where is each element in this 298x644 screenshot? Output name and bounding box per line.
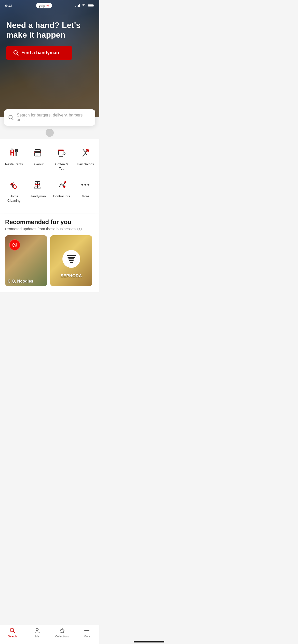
category-contractors[interactable]: Contractors [51, 175, 72, 205]
search-icon [13, 50, 19, 56]
handyman-icon [32, 179, 43, 190]
search-card[interactable]: Search for burgers, delivery, barbers on… [4, 109, 95, 126]
handyman-label: Handyman [30, 194, 46, 199]
hair-salons-icon [80, 147, 91, 158]
svg-line-6 [12, 118, 13, 120]
recommended-subtitle: Promoted updates from these businesses i [5, 227, 94, 231]
recommended-section: Recommended for you Promoted updates fro… [0, 213, 99, 292]
status-time: 9:41 [5, 4, 13, 8]
takeout-label: Takeout [32, 162, 44, 167]
home-cleaning-label: Home Cleaning [5, 194, 23, 203]
svg-rect-17 [59, 151, 63, 155]
hero-section: 9:41 yelp ✳ [0, 0, 99, 117]
sephora-logo [62, 250, 80, 268]
categories-row-2: Home Cleaning Handyman [2, 175, 97, 205]
categories-row-1: Restaurants Takeout [2, 143, 97, 173]
svg-point-30 [82, 184, 83, 185]
sephora-stripes-icon [67, 255, 76, 263]
category-coffee-tea[interactable]: Coffee & Tea [51, 143, 72, 173]
svg-rect-2 [93, 5, 94, 6]
svg-rect-9 [10, 152, 14, 153]
cq-noodles-logo-icon [12, 242, 18, 248]
biz-card-cq-noodles[interactable]: C.Q. Noodles [5, 235, 47, 286]
category-restaurants[interactable]: Restaurants [4, 143, 24, 173]
scroll-dot [46, 129, 54, 137]
coffee-tea-icon [56, 147, 67, 158]
more-dots-icon [80, 179, 91, 190]
recommended-subtitle-text: Promoted updates from these businesses [5, 227, 76, 231]
hero-title: Need a hand? Let's make it happen [6, 20, 93, 40]
restaurants-icon-wrap [6, 145, 22, 160]
coffee-tea-icon-wrap [54, 145, 69, 160]
svg-line-4 [17, 54, 18, 55]
status-bar: 9:41 yelp ✳ [0, 0, 99, 11]
status-icons [75, 4, 94, 7]
category-hair-salons[interactable]: Hair Salons [75, 143, 96, 173]
yelp-logo: yelp ✳ [36, 3, 52, 8]
wifi-icon [82, 4, 86, 7]
yelp-burst-icon: ✳ [46, 4, 49, 8]
scroll-indicator [0, 126, 99, 139]
category-more[interactable]: More [75, 175, 96, 205]
takeout-icon-wrap [30, 145, 45, 160]
category-handyman[interactable]: Handyman [28, 175, 48, 205]
restaurants-label: Restaurants [5, 162, 23, 167]
svg-point-29 [64, 181, 66, 183]
battery-icon [88, 4, 94, 7]
signal-bars-icon [75, 4, 80, 7]
yelp-wordmark: yelp [39, 4, 45, 8]
svg-point-32 [88, 184, 89, 185]
sephora-name: SEPHORA [50, 273, 92, 279]
category-takeout[interactable]: Takeout [28, 143, 48, 173]
handyman-icon-wrap [30, 177, 45, 192]
restaurants-icon [8, 147, 20, 158]
home-cleaning-icon-wrap [6, 177, 22, 192]
business-cards-container: C.Q. Noodles SEPHORA [5, 235, 94, 288]
coffee-tea-label: Coffee & Tea [52, 162, 71, 171]
contractors-icon-wrap [54, 177, 69, 192]
contractors-icon [56, 179, 67, 190]
biz-card-sephora[interactable]: SEPHORA [50, 235, 92, 286]
svg-point-31 [85, 184, 86, 185]
home-cleaning-icon [8, 179, 20, 190]
takeout-icon [32, 147, 43, 158]
category-home-cleaning[interactable]: Home Cleaning [4, 175, 24, 205]
svg-point-23 [11, 184, 12, 185]
search-bar-icon [8, 115, 14, 120]
recommended-title: Recommended for you [5, 218, 94, 226]
info-icon[interactable]: i [77, 227, 82, 231]
cq-noodles-name: C.Q. Noodles [8, 279, 33, 284]
find-button-label: Find a handyman [21, 50, 59, 55]
hair-salons-label: Hair Salons [77, 162, 94, 167]
svg-rect-1 [88, 5, 93, 7]
contractors-label: Contractors [53, 194, 70, 199]
search-placeholder: Search for burgers, delivery, barbers on… [17, 113, 91, 122]
more-icon-wrap [78, 177, 93, 192]
hair-salons-icon-wrap [78, 145, 93, 160]
categories-section: Restaurants Takeout [0, 139, 99, 213]
find-handyman-button[interactable]: Find a handyman [6, 46, 72, 60]
more-label: More [82, 194, 89, 199]
cq-noodles-logo [9, 239, 20, 251]
